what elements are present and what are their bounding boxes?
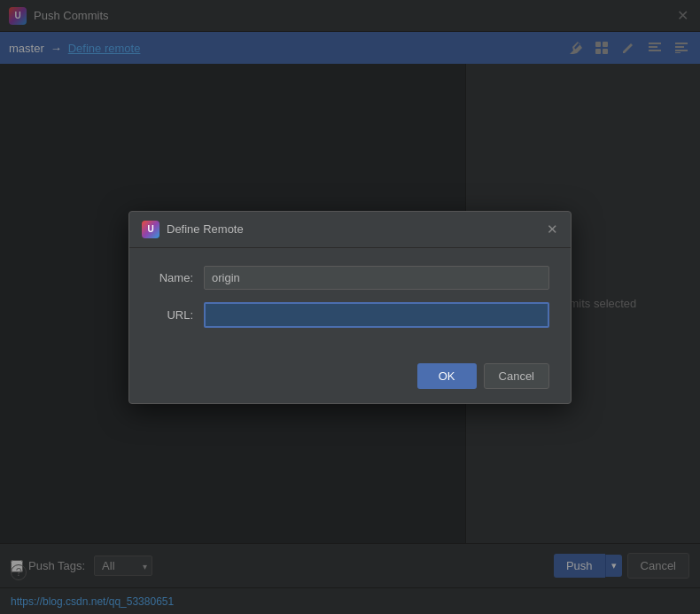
modal-backdrop: U Define Remote ✕ Name: URL: OK Cancel: [0, 0, 700, 614]
dialog-titlebar: U Define Remote ✕: [129, 212, 571, 248]
name-input[interactable]: [204, 266, 549, 290]
url-label: URL:: [151, 308, 204, 322]
define-remote-dialog: U Define Remote ✕ Name: URL: OK Cancel: [128, 211, 572, 404]
url-input[interactable]: [204, 302, 549, 328]
dialog-close-button[interactable]: ✕: [547, 222, 558, 237]
url-row: URL:: [151, 302, 549, 328]
ok-button[interactable]: OK: [417, 363, 477, 389]
dialog-body: Name: URL:: [129, 248, 571, 354]
dialog-titlebar-left: U Define Remote: [142, 221, 244, 238]
dialog-buttons: OK Cancel: [129, 354, 571, 403]
name-row: Name:: [151, 266, 549, 290]
dialog-title: Define Remote: [167, 222, 244, 236]
name-label: Name:: [151, 271, 204, 284]
dialog-cancel-button[interactable]: Cancel: [484, 363, 549, 389]
dialog-app-icon: U: [142, 221, 159, 238]
